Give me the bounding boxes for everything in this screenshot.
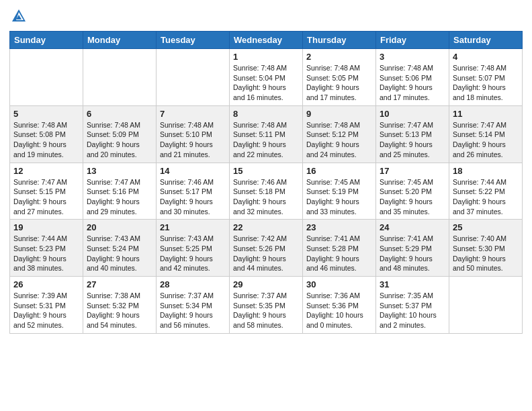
calendar-cell: 1Sunrise: 7:48 AM Sunset: 5:04 PM Daylig…	[230, 49, 303, 106]
weekday-header-wednesday: Wednesday	[230, 32, 303, 49]
calendar-cell: 15Sunrise: 7:46 AM Sunset: 5:18 PM Dayli…	[230, 163, 303, 220]
day-info: Sunrise: 7:48 AM Sunset: 5:08 PM Dayligh…	[13, 120, 79, 160]
calendar-table: SundayMondayTuesdayWednesdayThursdayFrid…	[9, 31, 523, 334]
day-info: Sunrise: 7:38 AM Sunset: 5:32 PM Dayligh…	[87, 291, 152, 330]
day-info: Sunrise: 7:41 AM Sunset: 5:28 PM Dayligh…	[306, 234, 372, 273]
calendar-cell: 30Sunrise: 7:36 AM Sunset: 5:36 PM Dayli…	[303, 277, 376, 334]
day-info: Sunrise: 7:47 AM Sunset: 5:16 PM Dayligh…	[87, 177, 152, 217]
calendar-cell: 23Sunrise: 7:41 AM Sunset: 5:28 PM Dayli…	[303, 220, 376, 277]
day-number: 22	[233, 222, 299, 232]
day-info: Sunrise: 7:48 AM Sunset: 5:07 PM Dayligh…	[453, 63, 519, 103]
calendar-cell: 31Sunrise: 7:35 AM Sunset: 5:37 PM Dayli…	[376, 277, 449, 334]
calendar-cell: 22Sunrise: 7:42 AM Sunset: 5:26 PM Dayli…	[230, 220, 303, 277]
day-number: 26	[13, 279, 79, 289]
calendar-cell: 14Sunrise: 7:46 AM Sunset: 5:17 PM Dayli…	[157, 163, 230, 220]
calendar-cell: 24Sunrise: 7:41 AM Sunset: 5:29 PM Dayli…	[376, 220, 449, 277]
calendar-cell: 2Sunrise: 7:48 AM Sunset: 5:05 PM Daylig…	[303, 49, 376, 106]
day-info: Sunrise: 7:45 AM Sunset: 5:19 PM Dayligh…	[306, 177, 372, 217]
day-info: Sunrise: 7:47 AM Sunset: 5:14 PM Dayligh…	[453, 120, 519, 160]
day-number: 28	[160, 279, 226, 289]
day-info: Sunrise: 7:47 AM Sunset: 5:15 PM Dayligh…	[13, 177, 79, 217]
calendar-cell: 26Sunrise: 7:39 AM Sunset: 5:31 PM Dayli…	[10, 277, 83, 334]
day-info: Sunrise: 7:37 AM Sunset: 5:34 PM Dayligh…	[160, 291, 226, 330]
day-number: 29	[233, 279, 299, 289]
day-number: 12	[13, 166, 79, 176]
calendar-cell: 25Sunrise: 7:40 AM Sunset: 5:30 PM Dayli…	[449, 220, 523, 277]
day-info: Sunrise: 7:43 AM Sunset: 5:25 PM Dayligh…	[160, 234, 226, 273]
calendar-week-row: 12Sunrise: 7:47 AM Sunset: 5:15 PM Dayli…	[10, 163, 523, 220]
calendar-cell: 28Sunrise: 7:37 AM Sunset: 5:34 PM Dayli…	[157, 277, 230, 334]
day-info: Sunrise: 7:37 AM Sunset: 5:35 PM Dayligh…	[233, 291, 299, 330]
day-number: 30	[306, 279, 372, 289]
calendar-cell	[449, 277, 523, 334]
calendar-week-row: 1Sunrise: 7:48 AM Sunset: 5:04 PM Daylig…	[10, 49, 523, 106]
day-info: Sunrise: 7:36 AM Sunset: 5:36 PM Dayligh…	[306, 291, 372, 330]
weekday-header-monday: Monday	[83, 32, 157, 49]
day-number: 20	[87, 222, 152, 232]
calendar-cell: 6Sunrise: 7:48 AM Sunset: 5:09 PM Daylig…	[83, 105, 157, 163]
day-info: Sunrise: 7:48 AM Sunset: 5:11 PM Dayligh…	[233, 120, 299, 160]
day-number: 31	[380, 279, 445, 289]
calendar-cell	[83, 49, 157, 106]
day-number: 6	[87, 109, 152, 119]
weekday-header-saturday: Saturday	[449, 32, 523, 49]
calendar-cell: 8Sunrise: 7:48 AM Sunset: 5:11 PM Daylig…	[230, 105, 303, 163]
calendar-cell: 19Sunrise: 7:44 AM Sunset: 5:23 PM Dayli…	[10, 220, 83, 277]
calendar-cell: 13Sunrise: 7:47 AM Sunset: 5:16 PM Dayli…	[83, 163, 157, 220]
calendar-week-row: 26Sunrise: 7:39 AM Sunset: 5:31 PM Dayli…	[10, 277, 523, 334]
day-number: 1	[233, 52, 299, 62]
day-number: 16	[306, 166, 372, 176]
calendar-cell: 18Sunrise: 7:44 AM Sunset: 5:22 PM Dayli…	[449, 163, 523, 220]
calendar-cell: 12Sunrise: 7:47 AM Sunset: 5:15 PM Dayli…	[10, 163, 83, 220]
day-info: Sunrise: 7:48 AM Sunset: 5:09 PM Dayligh…	[87, 120, 152, 160]
day-info: Sunrise: 7:46 AM Sunset: 5:17 PM Dayligh…	[160, 177, 226, 217]
day-info: Sunrise: 7:44 AM Sunset: 5:23 PM Dayligh…	[13, 234, 79, 273]
day-number: 14	[160, 166, 226, 176]
day-number: 24	[380, 222, 445, 232]
day-info: Sunrise: 7:48 AM Sunset: 5:06 PM Dayligh…	[380, 63, 445, 103]
day-number: 11	[453, 109, 519, 119]
calendar-cell: 20Sunrise: 7:43 AM Sunset: 5:24 PM Dayli…	[83, 220, 157, 277]
day-number: 2	[306, 52, 372, 62]
page-container: SundayMondayTuesdayWednesdayThursdayFrid…	[0, 0, 532, 343]
calendar-cell: 4Sunrise: 7:48 AM Sunset: 5:07 PM Daylig…	[449, 49, 523, 106]
day-info: Sunrise: 7:45 AM Sunset: 5:20 PM Dayligh…	[380, 177, 445, 217]
day-info: Sunrise: 7:46 AM Sunset: 5:18 PM Dayligh…	[233, 177, 299, 217]
day-number: 13	[87, 166, 152, 176]
calendar-week-row: 5Sunrise: 7:48 AM Sunset: 5:08 PM Daylig…	[10, 105, 523, 163]
calendar-cell: 9Sunrise: 7:48 AM Sunset: 5:12 PM Daylig…	[303, 105, 376, 163]
day-number: 10	[380, 109, 445, 119]
weekday-header-row: SundayMondayTuesdayWednesdayThursdayFrid…	[10, 32, 523, 49]
day-number: 21	[160, 222, 226, 232]
weekday-header-tuesday: Tuesday	[157, 32, 230, 49]
day-info: Sunrise: 7:41 AM Sunset: 5:29 PM Dayligh…	[380, 234, 445, 273]
calendar-cell: 11Sunrise: 7:47 AM Sunset: 5:14 PM Dayli…	[449, 105, 523, 163]
day-number: 7	[160, 109, 226, 119]
calendar-cell: 21Sunrise: 7:43 AM Sunset: 5:25 PM Dayli…	[157, 220, 230, 277]
day-number: 8	[233, 109, 299, 119]
weekday-header-sunday: Sunday	[10, 32, 83, 49]
day-number: 25	[453, 222, 519, 232]
day-info: Sunrise: 7:47 AM Sunset: 5:13 PM Dayligh…	[380, 120, 445, 160]
calendar-cell: 5Sunrise: 7:48 AM Sunset: 5:08 PM Daylig…	[10, 105, 83, 163]
calendar-cell: 7Sunrise: 7:48 AM Sunset: 5:10 PM Daylig…	[157, 105, 230, 163]
calendar-cell: 3Sunrise: 7:48 AM Sunset: 5:06 PM Daylig…	[376, 49, 449, 106]
day-number: 3	[380, 52, 445, 62]
calendar-cell: 17Sunrise: 7:45 AM Sunset: 5:20 PM Dayli…	[376, 163, 449, 220]
day-number: 17	[380, 166, 445, 176]
day-info: Sunrise: 7:48 AM Sunset: 5:04 PM Dayligh…	[233, 63, 299, 103]
day-number: 18	[453, 166, 519, 176]
calendar-week-row: 19Sunrise: 7:44 AM Sunset: 5:23 PM Dayli…	[10, 220, 523, 277]
calendar-cell	[10, 49, 83, 106]
day-info: Sunrise: 7:35 AM Sunset: 5:37 PM Dayligh…	[380, 291, 445, 330]
day-info: Sunrise: 7:44 AM Sunset: 5:22 PM Dayligh…	[453, 177, 519, 217]
day-number: 27	[87, 279, 152, 289]
day-info: Sunrise: 7:43 AM Sunset: 5:24 PM Dayligh…	[87, 234, 152, 273]
calendar-cell: 10Sunrise: 7:47 AM Sunset: 5:13 PM Dayli…	[376, 105, 449, 163]
weekday-header-thursday: Thursday	[303, 32, 376, 49]
calendar-cell: 29Sunrise: 7:37 AM Sunset: 5:35 PM Dayli…	[230, 277, 303, 334]
day-info: Sunrise: 7:48 AM Sunset: 5:10 PM Dayligh…	[160, 120, 226, 160]
day-number: 9	[306, 109, 372, 119]
day-number: 23	[306, 222, 372, 232]
day-info: Sunrise: 7:48 AM Sunset: 5:12 PM Dayligh…	[306, 120, 372, 160]
